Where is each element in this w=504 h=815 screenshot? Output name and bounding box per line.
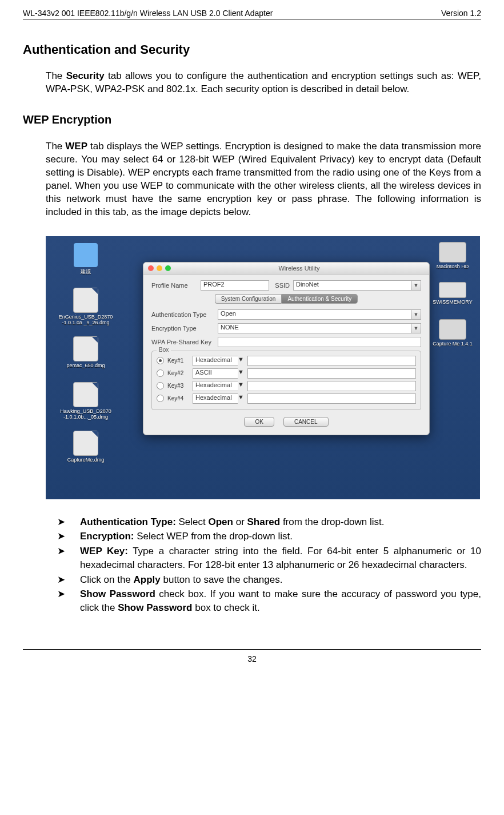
ssid-dropdown[interactable]: DinoNet ▼ xyxy=(293,280,421,291)
file-icon xyxy=(73,288,98,313)
key-label: Key#3 xyxy=(167,383,189,389)
arrow-icon: ➤ xyxy=(57,515,80,529)
key-value-input[interactable] xyxy=(247,368,416,379)
bullet-text: Show Password check box. If you want to … xyxy=(80,587,481,615)
ssid-label: SSID xyxy=(273,282,290,289)
embedded-screenshot: Wireless Utility Profile Name PROF2 SSID… xyxy=(46,236,458,499)
wep-key-row: Key#2ASCII▼ xyxy=(157,368,416,379)
radio-button[interactable] xyxy=(157,357,164,364)
bullet-item: ➤Show Password check box. If you want to… xyxy=(57,587,481,615)
desktop-icon[interactable]: Hawking_USB_D2870 -1.0.1.0b..._05.dmg xyxy=(51,382,120,420)
desktop-icon[interactable]: EnGenius_USB_D2870 -1.0.1.0a _9_26.dmg xyxy=(51,288,120,325)
arrow-icon: ➤ xyxy=(57,587,80,615)
usb-drive-icon xyxy=(439,282,466,298)
desktop-icon-label: Macintosh HD xyxy=(430,264,475,269)
key-label: Key#4 xyxy=(167,395,189,401)
wep-key-row: Key#3Hexadecimal▼ xyxy=(157,381,416,391)
zoom-icon[interactable] xyxy=(165,265,171,271)
wpa-psk-label: WPA Pre-Shared Key xyxy=(151,339,214,345)
chevron-down-icon: ▼ xyxy=(411,323,421,333)
key-box-title: Box xyxy=(157,347,171,353)
section-heading-wep: WEP Encryption xyxy=(23,113,481,126)
desktop-icon[interactable]: pemac_650.dmg xyxy=(51,336,120,368)
key-format-value: ASCII xyxy=(193,368,238,379)
tab-bar: System Configuration Authentication & Se… xyxy=(151,294,421,304)
header-rule xyxy=(23,19,481,19)
window-body: Profile Name PROF2 SSID DinoNet ▼ System… xyxy=(143,275,429,435)
bullet-item: ➤WEP Key: Type a character string into t… xyxy=(57,544,481,572)
tab-auth-security[interactable]: Authentication & Security xyxy=(281,294,358,304)
desktop-icon-label: Hawking_USB_D2870 -1.0.1.0b..._05.dmg xyxy=(51,408,120,420)
bullet-item: ➤Click on the Apply button to save the c… xyxy=(57,573,481,587)
chevron-down-icon: ▼ xyxy=(238,368,244,379)
radio-button[interactable] xyxy=(157,395,164,402)
key-value-input[interactable] xyxy=(247,381,416,391)
header-left: WL-343v2 001 IEEE802.11b/g/n Wireless LA… xyxy=(23,9,273,18)
chevron-down-icon: ▼ xyxy=(238,393,244,404)
minimize-icon[interactable] xyxy=(157,265,162,271)
auth-type-label: Authentication Type xyxy=(151,311,214,318)
close-icon[interactable] xyxy=(148,265,154,271)
bullet-text: Click on the Apply button to save the ch… xyxy=(80,573,481,587)
bullet-item: ➤Encryption: Select WEP from the drop-do… xyxy=(57,530,481,543)
encryption-type-label: Encryption Type xyxy=(151,325,214,332)
desktop-icon-label: Capture Me 1.4.1 xyxy=(430,341,475,347)
page-footer: 32 xyxy=(23,649,481,663)
wpa-psk-input[interactable] xyxy=(218,337,421,347)
key-value-input[interactable] xyxy=(247,356,416,366)
key-format-value: Hexadecimal xyxy=(193,381,238,391)
bullet-text: WEP Key: Type a character string into th… xyxy=(80,544,481,572)
arrow-icon: ➤ xyxy=(57,544,80,572)
key-format-value: Hexadecimal xyxy=(193,356,238,366)
chevron-down-icon: ▼ xyxy=(238,356,244,366)
radio-button[interactable] xyxy=(157,382,164,389)
bullet-text: Authentication Type: Select Open or Shar… xyxy=(80,515,481,529)
ssid-value: DinoNet xyxy=(293,280,411,291)
desktop-icon-label: EnGenius_USB_D2870 -1.0.1.0a _9_26.dmg xyxy=(51,314,120,325)
section-heading-auth: Authentication and Security xyxy=(23,42,481,57)
desktop-icon[interactable]: Macintosh HD xyxy=(430,242,475,269)
desktop-icon[interactable]: CaptureMe.dmg xyxy=(51,431,120,463)
auth-type-dropdown[interactable]: Open ▼ xyxy=(218,309,421,320)
arrow-icon: ➤ xyxy=(57,530,80,543)
key-format-dropdown[interactable]: Hexadecimal▼ xyxy=(193,393,244,404)
hard-drive-icon xyxy=(439,242,466,263)
desktop-icon[interactable]: SWISSMEMORY xyxy=(430,282,475,305)
profile-name-label: Profile Name xyxy=(151,282,197,289)
page: WL-343v2 001 IEEE802.11b/g/n Wireless LA… xyxy=(0,0,504,675)
folder-icon xyxy=(74,243,98,267)
wireless-utility-window: Wireless Utility Profile Name PROF2 SSID… xyxy=(143,262,430,435)
encryption-type-value: NONE xyxy=(218,323,411,333)
auth-type-value: Open xyxy=(218,309,411,320)
window-titlebar: Wireless Utility xyxy=(143,263,429,275)
page-header: WL-343v2 001 IEEE802.11b/g/n Wireless LA… xyxy=(23,9,481,18)
desktop-icon[interactable]: Capture Me 1.4.1 xyxy=(430,319,475,347)
key-value-input[interactable] xyxy=(247,393,416,404)
header-right: Version 1.2 xyxy=(441,9,481,18)
key-format-dropdown[interactable]: Hexadecimal▼ xyxy=(193,356,244,366)
section1-paragraph: The Security tab allows you to configure… xyxy=(46,70,481,96)
wep-key-row: Key#1Hexadecimal▼ xyxy=(157,356,416,366)
chevron-down-icon: ▼ xyxy=(411,280,421,291)
key-format-dropdown[interactable]: ASCII▼ xyxy=(193,368,244,379)
key-format-dropdown[interactable]: Hexadecimal▼ xyxy=(193,381,244,391)
key-format-value: Hexadecimal xyxy=(193,393,238,404)
chevron-down-icon: ▼ xyxy=(238,381,244,391)
key-box: Box Key#1Hexadecimal▼Key#2ASCII▼Key#3Hex… xyxy=(151,351,421,410)
desktop-icon[interactable]: 建議 xyxy=(51,243,120,276)
radio-button[interactable] xyxy=(157,369,164,377)
desktop-icon-label: SWISSMEMORY xyxy=(430,299,475,305)
hard-drive-icon xyxy=(439,319,466,340)
bullet-text: Encryption: Select WEP from the drop-dow… xyxy=(80,530,481,543)
tab-system-config[interactable]: System Configuration xyxy=(215,294,282,304)
file-icon xyxy=(73,336,98,361)
key-label: Key#1 xyxy=(167,357,189,364)
profile-name-input[interactable]: PROF2 xyxy=(201,280,269,291)
wep-key-row: Key#4Hexadecimal▼ xyxy=(157,393,416,404)
desktop-icon-label: pemac_650.dmg xyxy=(51,363,120,368)
desktop-icon-label: 建議 xyxy=(51,268,120,276)
window-title: Wireless Utility xyxy=(174,265,425,272)
ok-button[interactable]: OK xyxy=(244,417,274,427)
encryption-type-dropdown[interactable]: NONE ▼ xyxy=(218,323,421,333)
cancel-button[interactable]: CANCEL xyxy=(283,417,329,427)
